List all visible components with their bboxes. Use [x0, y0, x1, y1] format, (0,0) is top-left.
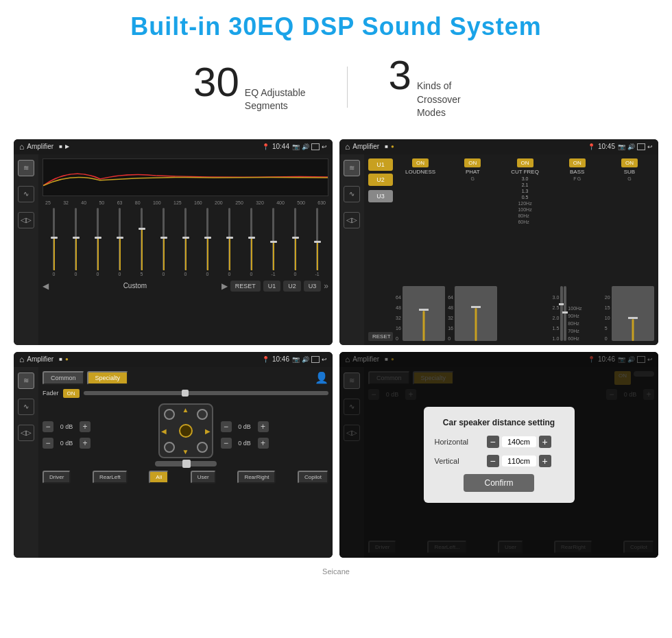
u1-btn[interactable]: U1 — [263, 281, 281, 292]
eq-sidebar-icon-3[interactable]: ≋ — [18, 373, 34, 389]
vol-sidebar-icon[interactable]: ◁▷ — [18, 212, 34, 228]
eq-slider-7[interactable]: 0 — [176, 208, 195, 276]
spk-rl — [164, 442, 175, 453]
home-icon-2[interactable]: ⌂ — [345, 142, 350, 152]
fl-vol-minus[interactable]: − — [43, 421, 53, 432]
cutfreq-on-btn[interactable]: ON — [517, 158, 533, 167]
loudness-on-btn[interactable]: ON — [412, 158, 429, 167]
h-slider[interactable] — [155, 461, 217, 466]
bass-nums: 3.02.52.01.51.0 — [553, 295, 560, 341]
u1-select-btn[interactable]: U1 — [368, 158, 393, 171]
vertical-plus[interactable]: + — [539, 455, 551, 467]
rearright-btn[interactable]: RearRight — [237, 471, 276, 484]
screen2-dot: ● — [391, 143, 394, 150]
sub-on-btn[interactable]: ON — [621, 158, 638, 167]
speaker-center: ◀ ▶ ▲ ▼ — [155, 403, 217, 466]
eq-slider-2[interactable]: 0 — [66, 208, 86, 276]
screen2-app-title: Amplifier — [352, 143, 379, 150]
speaker-diagram: ◀ ▶ ▲ ▼ — [158, 403, 213, 458]
eq-slider-11[interactable]: -1 — [263, 208, 283, 276]
home-icon[interactable]: ⌂ — [19, 142, 24, 152]
preset-body: U1 U2 U3 RESET ON LOUDNESS — [368, 158, 654, 341]
vol-sidebar-icon-2[interactable]: ◁▷ — [344, 212, 360, 228]
rr-vol-minus[interactable]: − — [221, 438, 232, 449]
arrow-down[interactable]: ▼ — [182, 448, 189, 456]
eq-slider-1[interactable]: 0 — [44, 208, 64, 276]
eq-slider-12[interactable]: 0 — [285, 208, 305, 276]
next-arrow[interactable]: ▶ — [221, 281, 228, 291]
back-icon: ↩ — [322, 143, 327, 150]
screen3-body: ≋ ∿ ◁▷ Common Specialty 👤 Fader ON — [14, 367, 333, 558]
expand-icon[interactable]: » — [324, 281, 328, 291]
eq-slider-10[interactable]: 0 — [241, 208, 261, 276]
preset-reset-btn[interactable]: RESET — [368, 332, 393, 341]
home-icon-3[interactable]: ⌂ — [19, 355, 24, 364]
copilot-btn[interactable]: Copilot — [298, 471, 328, 484]
rl-vol-val: 0 dB — [56, 440, 77, 447]
driver-btn[interactable]: Driver — [43, 471, 71, 484]
eq-slider-13[interactable]: -1 — [307, 208, 327, 276]
screen2-content: U1 U2 U3 RESET ON LOUDNESS — [364, 154, 658, 345]
fader-thumb[interactable] — [182, 390, 189, 397]
screen-eq: ⌂ Amplifier ■ ▶ 📍 10:44 📷 🔊 ↩ ≋ ∿ ◁▷ — [14, 139, 333, 345]
horizontal-minus[interactable]: − — [487, 436, 499, 448]
confirm-button[interactable]: Confirm — [464, 474, 533, 492]
sq-icon3 — [311, 356, 320, 363]
phat-on-btn[interactable]: ON — [464, 158, 481, 167]
eq-slider-5[interactable]: 5 — [132, 208, 152, 276]
vol-sidebar-icon-3[interactable]: ◁▷ — [18, 425, 34, 441]
eq-slider-9[interactable]: 0 — [219, 208, 239, 276]
speaker-grid: − 0 dB + − 0 dB + — [43, 403, 328, 466]
horizontal-plus[interactable]: + — [539, 436, 551, 448]
h-slider-thumb[interactable] — [182, 460, 191, 468]
camera-icon-2: 📷 — [618, 143, 625, 150]
screen1-statusbar: ⌂ Amplifier ■ ▶ 📍 10:44 📷 🔊 ↩ — [14, 139, 333, 154]
eq-slider-3[interactable]: 0 — [88, 208, 108, 276]
bass-label: BASS — [570, 169, 584, 175]
eq-slider-4[interactable]: 0 — [110, 208, 130, 276]
u3-btn[interactable]: U3 — [304, 281, 322, 292]
vertical-minus[interactable]: − — [487, 455, 499, 467]
all-btn[interactable]: All — [149, 471, 169, 484]
screen2-time: 10:45 — [598, 143, 615, 150]
fl-vol-plus[interactable]: + — [80, 421, 91, 432]
screen-speaker: ⌂ Amplifier ■ ● 📍 10:46 📷 🔊 ↩ ≋ ∿ ◁▷ — [14, 352, 333, 558]
loudness-nums: 644832160 — [396, 295, 401, 341]
common-tab[interactable]: Common — [43, 371, 84, 385]
rr-vol-val: 0 dB — [235, 440, 255, 447]
wave-sidebar-icon[interactable]: ∿ — [18, 186, 34, 202]
back-icon-3: ↩ — [322, 356, 327, 363]
wave-sidebar-icon-2[interactable]: ∿ — [344, 186, 360, 202]
rl-vol-minus[interactable]: − — [43, 438, 53, 449]
screen3-content: Common Specialty 👤 Fader ON — [38, 367, 333, 558]
arrow-left[interactable]: ◀ — [161, 427, 167, 434]
eq-sidebar-icon[interactable]: ≋ — [18, 160, 34, 176]
rearleft-btn[interactable]: RearLeft — [93, 471, 128, 484]
u2-btn[interactable]: U2 — [283, 281, 301, 292]
horizontal-control: − 140cm + — [487, 436, 551, 448]
arrow-right[interactable]: ▶ — [205, 427, 211, 434]
rl-vol-plus[interactable]: + — [80, 438, 91, 449]
reset-btn[interactable]: RESET — [230, 281, 261, 292]
fr-vol-plus[interactable]: + — [258, 421, 269, 432]
specialty-tab[interactable]: Specialty — [87, 371, 129, 385]
bass-col: ON BASS FG 3.02.52.01.51.0 — [553, 158, 602, 341]
u3-select-btn[interactable]: U3 — [368, 190, 393, 202]
fader-track[interactable] — [84, 391, 328, 395]
user-btn[interactable]: User — [191, 471, 216, 484]
eq-sidebar-icon-2[interactable]: ≋ — [344, 160, 360, 176]
screen3-icon1: ■ — [59, 356, 62, 362]
eq-slider-8[interactable]: 0 — [197, 208, 217, 276]
fr-vol-minus[interactable]: − — [221, 421, 232, 432]
wave-sidebar-icon-3[interactable]: ∿ — [18, 399, 34, 415]
u2-select-btn[interactable]: U2 — [368, 174, 393, 186]
bass-on-btn[interactable]: ON — [569, 158, 586, 167]
eq-slider-6[interactable]: 0 — [154, 208, 173, 276]
vol-icon-2: 🔊 — [627, 143, 635, 150]
arrow-up[interactable]: ▲ — [182, 406, 189, 414]
eq-freq-labels: 2532 4050 6380 100125 160200 250320 4005… — [43, 200, 328, 205]
prev-arrow[interactable]: ◀ — [43, 281, 49, 291]
screen2-statusbar: ⌂ Amplifier ■ ● 📍 10:45 📷 🔊 ↩ — [339, 139, 658, 154]
rr-vol-plus[interactable]: + — [258, 438, 269, 449]
fader-toggle[interactable]: ON — [63, 389, 80, 398]
